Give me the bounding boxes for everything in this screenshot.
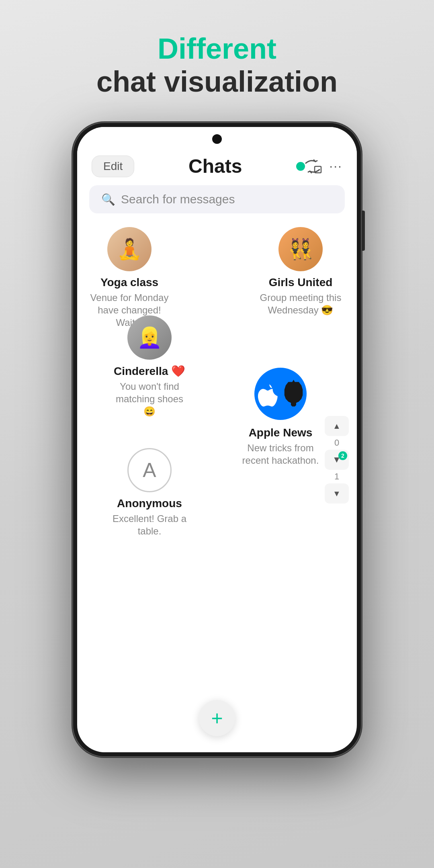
- chat-item-yoga[interactable]: Yoga class Venue for Monday have changed…: [89, 227, 170, 329]
- fab-button[interactable]: +: [199, 700, 235, 736]
- green-status-dot: [296, 162, 305, 171]
- chat-item-anonymous[interactable]: A Anonymous Excellent! Grab a table.: [109, 448, 190, 537]
- chat-name-apple: Apple News: [249, 426, 313, 439]
- app-title: Chats: [188, 155, 242, 177]
- chat-name-girls: Girls United: [269, 276, 333, 289]
- chat-name-yoga: Yoga class: [100, 276, 158, 289]
- scroll-down-count: 1: [334, 471, 339, 482]
- search-bar[interactable]: 🔍 Search for messages: [89, 185, 345, 213]
- scroll-down-arrow[interactable]: ▼: [325, 483, 349, 504]
- avatar-cinderella: [127, 315, 172, 360]
- avatar-yoga: [107, 227, 151, 271]
- more-options-icon[interactable]: ···: [329, 159, 342, 174]
- status-icon-group: [296, 158, 323, 174]
- chat-preview-apple: New tricks from recent hackathon.: [236, 442, 325, 467]
- fab-area: +: [199, 700, 235, 736]
- chat-preview-girls: Group meeting this Wednesday 😎: [256, 291, 345, 316]
- chat-name-anonymous: Anonymous: [117, 497, 182, 510]
- chat-list: Yoga class Venue for Monday have changed…: [77, 223, 357, 267]
- avatar-girls: [278, 227, 323, 271]
- chat-list-container: Yoga class Venue for Monday have changed…: [77, 223, 357, 752]
- camera-dot: [212, 134, 222, 144]
- chat-item-apple[interactable]: Apple News New tricks from recent hackat…: [236, 368, 325, 467]
- chat-preview-anonymous: Excellent! Grab a table.: [109, 512, 190, 537]
- chat-item-girls[interactable]: Girls United Group meeting this Wednesda…: [256, 227, 345, 316]
- header-highlight: Different: [96, 32, 338, 65]
- edit-button[interactable]: Edit: [92, 156, 134, 177]
- sync-icon[interactable]: [303, 158, 323, 174]
- phone-shell: Edit Chats ···: [72, 122, 362, 757]
- scroll-down-button[interactable]: ▼ 2: [325, 450, 349, 470]
- chat-preview-cinderella: You won't find matching shoes 😄: [109, 380, 190, 418]
- scroll-navigation: ▲ 0 ▼ 2 1 ▼: [325, 416, 349, 504]
- chat-name-cinderella: Cinderella ❤️: [114, 364, 185, 378]
- chat-item-cinderella[interactable]: Cinderella ❤️ You won't find matching sh…: [109, 315, 190, 418]
- page-header: Different chat visualization: [96, 32, 338, 98]
- avatar-anonymous: A: [127, 448, 172, 492]
- app-header: Edit Chats ···: [77, 151, 357, 185]
- search-placeholder: Search for messages: [121, 192, 235, 206]
- camera-notch: [77, 127, 357, 151]
- header-icons: ···: [296, 158, 342, 174]
- scroll-up-button[interactable]: ▲: [325, 416, 349, 436]
- phone-screen: Edit Chats ···: [77, 127, 357, 752]
- avatar-apple: [254, 368, 307, 420]
- scroll-up-count: 0: [334, 438, 339, 448]
- header-subtitle: chat visualization: [96, 65, 338, 98]
- scroll-badge: 2: [338, 451, 347, 460]
- search-icon: 🔍: [101, 193, 115, 206]
